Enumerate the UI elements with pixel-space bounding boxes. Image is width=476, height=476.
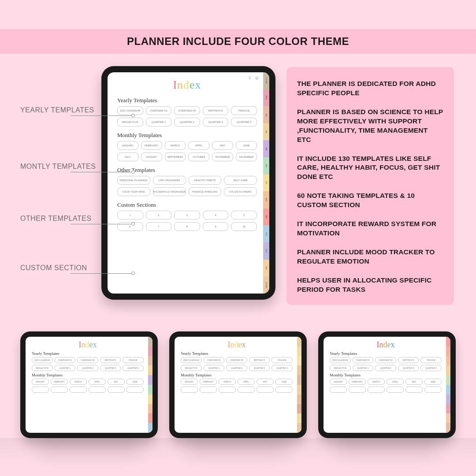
- side-tab-small[interactable]: [297, 423, 301, 433]
- pill[interactable]: 5: [231, 211, 257, 219]
- side-tab-small[interactable]: [446, 385, 450, 394]
- pill[interactable]: 2: [146, 211, 172, 219]
- side-tab-small[interactable]: [297, 385, 301, 394]
- sm-pill[interactable]: JANUARY: [330, 379, 347, 385]
- pill[interactable]: CALM YOUR MIND: [117, 187, 150, 196]
- sm-pill[interactable]: APRIL: [238, 379, 255, 385]
- side-tab[interactable]: TUE: [263, 106, 269, 123]
- side-tab[interactable]: COVER: [263, 72, 269, 89]
- sm-pill[interactable]: FINANCE: [271, 357, 293, 363]
- side-tab[interactable]: MON: [263, 89, 269, 107]
- side-tab[interactable]: APR: [263, 140, 269, 157]
- side-tab[interactable]: DEC: [263, 260, 269, 277]
- pill[interactable]: HEALTHY HABITS: [189, 176, 222, 185]
- sm-pill[interactable]: [387, 387, 404, 393]
- side-tab-small[interactable]: [446, 356, 450, 366]
- side-tab-small[interactable]: [148, 413, 152, 423]
- sm-pill[interactable]: APRIL: [89, 379, 106, 385]
- side-tab[interactable]: NOV: [263, 242, 269, 260]
- sm-pill[interactable]: MAY: [257, 379, 274, 385]
- sm-pill[interactable]: MAY: [405, 379, 423, 385]
- side-tab-small[interactable]: [297, 413, 301, 423]
- sm-pill[interactable]: QUARTER 3: [398, 365, 419, 371]
- sm-pill[interactable]: [181, 387, 198, 393]
- side-tab-small[interactable]: [148, 423, 152, 433]
- side-tab-small[interactable]: [148, 394, 152, 404]
- pill[interactable]: QUARTER 4: [231, 118, 257, 126]
- sm-pill[interactable]: MARCH: [219, 379, 236, 385]
- sm-pill[interactable]: [51, 387, 68, 393]
- sm-pill[interactable]: [330, 387, 347, 393]
- pill[interactable]: 7: [146, 222, 172, 231]
- pill[interactable]: SELF CARE: [224, 176, 257, 185]
- sm-pill[interactable]: JANUARY: [32, 379, 49, 385]
- sm-pill[interactable]: OVERVIEW H1: [353, 357, 374, 363]
- sm-pill[interactable]: [200, 387, 217, 393]
- pill[interactable]: AUGUST: [141, 152, 162, 161]
- pill[interactable]: OCTOBER: [188, 152, 209, 161]
- sm-pill[interactable]: BIRTHDAYS: [249, 357, 270, 363]
- sm-pill[interactable]: 2024 CALENDAR: [330, 357, 351, 363]
- sm-pill[interactable]: FEBRUARY: [51, 379, 68, 385]
- pill[interactable]: FEBRUARY: [141, 141, 162, 150]
- sm-pill[interactable]: [424, 387, 442, 393]
- pill[interactable]: 4: [203, 211, 229, 219]
- sm-pill[interactable]: QUARTER 1: [204, 365, 225, 371]
- sm-pill[interactable]: [238, 387, 255, 393]
- sm-pill[interactable]: FEBRUARY: [200, 379, 217, 385]
- pill[interactable]: 10: [231, 222, 257, 231]
- side-tab[interactable]: FRI: [263, 123, 269, 141]
- pill[interactable]: FINANCE: [231, 106, 257, 115]
- side-tab-small[interactable]: [446, 394, 450, 404]
- sm-pill[interactable]: JUNE: [275, 379, 293, 385]
- sm-pill[interactable]: MAY: [108, 379, 125, 385]
- side-tab-small[interactable]: [148, 385, 152, 394]
- sm-pill[interactable]: QUARTER 4: [123, 365, 144, 371]
- pill[interactable]: QUARTER 2: [174, 118, 200, 126]
- sm-pill[interactable]: QUARTER 4: [420, 365, 442, 371]
- pill[interactable]: BIRTHDAYS: [203, 106, 229, 115]
- side-tab-small[interactable]: [297, 337, 301, 346]
- sm-pill[interactable]: APRIL: [387, 379, 404, 385]
- side-tab-small[interactable]: [148, 356, 152, 366]
- sm-pill[interactable]: [126, 387, 144, 393]
- side-tab-small[interactable]: [297, 394, 301, 404]
- pill[interactable]: JUNE: [236, 141, 257, 150]
- pill[interactable]: MAY: [212, 141, 233, 150]
- sm-pill[interactable]: QUARTER 2: [226, 365, 247, 371]
- sm-pill[interactable]: [368, 387, 385, 393]
- sm-pill[interactable]: OVERVIEW H2: [77, 357, 98, 363]
- side-tab-small[interactable]: [446, 375, 450, 385]
- sm-pill[interactable]: QUARTER 1: [353, 365, 374, 371]
- pill[interactable]: JANUARY: [117, 141, 138, 150]
- side-tab[interactable]: JUN: [263, 157, 269, 175]
- pill[interactable]: 8: [174, 222, 200, 231]
- sm-pill[interactable]: [70, 387, 87, 393]
- pill[interactable]: PERSONAL PLANNING: [117, 176, 150, 185]
- sm-pill[interactable]: [108, 387, 125, 393]
- sm-pill[interactable]: [349, 387, 366, 393]
- side-tab-small[interactable]: [297, 346, 301, 356]
- side-tab-small[interactable]: [297, 404, 301, 414]
- sm-pill[interactable]: QUARTER 2: [375, 365, 396, 371]
- sm-pill[interactable]: QUARTER 3: [100, 365, 121, 371]
- pill[interactable]: APRIL: [188, 141, 209, 150]
- sm-pill[interactable]: JUNE: [126, 379, 144, 385]
- sm-pill[interactable]: QUARTER 3: [249, 365, 270, 371]
- pill[interactable]: 2024 CALENDAR: [117, 106, 143, 115]
- pill[interactable]: MARCH: [165, 141, 186, 150]
- sm-pill[interactable]: JANUARY: [181, 379, 198, 385]
- side-tab-small[interactable]: [148, 337, 152, 346]
- sm-pill[interactable]: [219, 387, 236, 393]
- sm-pill[interactable]: JUNE: [424, 379, 442, 385]
- pill[interactable]: QUARTER 1: [146, 118, 172, 126]
- pill[interactable]: FOCUS FLOWERS: [224, 187, 257, 196]
- sm-pill[interactable]: BIRTHDAYS: [100, 357, 121, 363]
- sm-pill[interactable]: OVERVIEW H1: [55, 357, 76, 363]
- side-tab-small[interactable]: [297, 375, 301, 385]
- side-tab-small[interactable]: [446, 404, 450, 414]
- sm-pill[interactable]: REFLECTION: [32, 365, 53, 371]
- sm-pill[interactable]: [405, 387, 423, 393]
- side-tab-small[interactable]: [148, 404, 152, 414]
- sm-pill[interactable]: FEBRUARY: [349, 379, 366, 385]
